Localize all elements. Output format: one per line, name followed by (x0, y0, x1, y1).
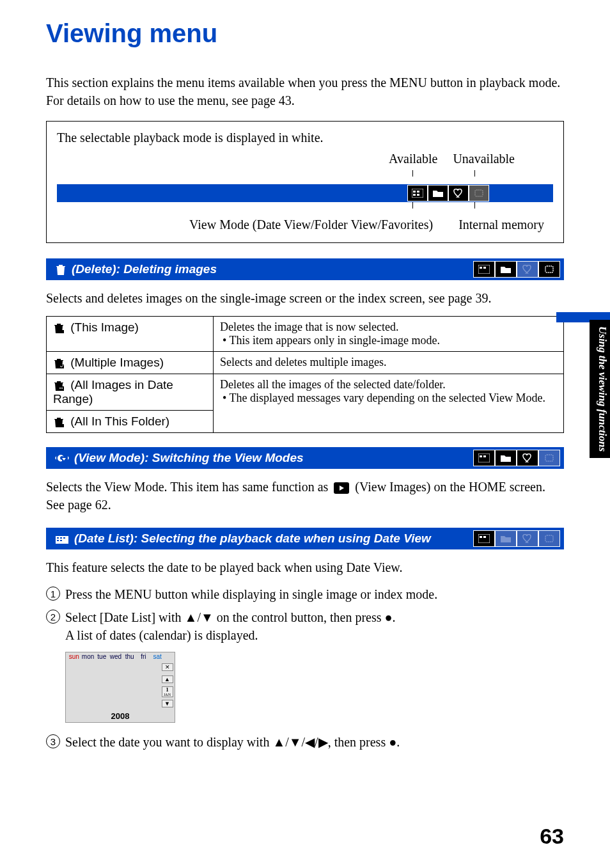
page-number: 63 (540, 824, 564, 849)
internal-memory-icon (469, 185, 489, 201)
favorites-icon (517, 530, 538, 547)
view-mode-body: Selects the View Mode. This item has sam… (46, 478, 564, 514)
favorites-icon (517, 261, 538, 278)
svg-rect-1 (413, 191, 416, 193)
favorites-icon (448, 185, 469, 201)
step-2: Select [Date List] with ▲/▼ on the contr… (46, 608, 564, 644)
folder-view-icon (495, 530, 517, 547)
svg-rect-23 (63, 537, 65, 539)
row-bullet: • This item appears only in single-image… (223, 334, 557, 347)
date-view-icon (407, 185, 428, 201)
row-desc: Deletes all the images of the selected d… (220, 378, 557, 391)
playback-mode-box: The selectable playback mode is displaye… (46, 121, 564, 243)
date-list-icon (55, 533, 69, 544)
svg-rect-18 (545, 455, 553, 461)
svg-rect-3 (413, 194, 416, 196)
svg-rect-16 (480, 455, 482, 457)
svg-rect-20 (56, 533, 68, 536)
internal-memory-icon (538, 261, 560, 278)
close-icon: ✕ (162, 663, 173, 671)
svg-rect-15 (478, 454, 490, 462)
intro-text: This section explains the menu items ava… (46, 74, 564, 109)
row-label: (All In This Folder) (70, 414, 169, 428)
svg-rect-2 (417, 191, 419, 193)
svg-rect-8 (483, 267, 486, 269)
delete-table: (This Image) Deletes the image that is n… (46, 316, 564, 433)
mode-bottom-left: View Mode (Date View/Folder View/Favorit… (189, 217, 433, 232)
up-icon: ▲ (162, 675, 173, 683)
view-mode-heading: (View Mode): Switching the View Modes (74, 451, 304, 465)
internal-memory-icon (538, 530, 560, 547)
row-desc: Deletes the image that is now selected. (220, 320, 557, 334)
svg-rect-29 (545, 535, 553, 542)
month-label: 1JAN (162, 686, 173, 697)
mode-bottom-right: Internal memory (458, 217, 544, 232)
down-icon: ▼ (162, 700, 173, 707)
date-view-icon (473, 450, 495, 466)
play-icon (334, 482, 349, 494)
view-mode-icon (55, 452, 69, 464)
svg-rect-10 (60, 330, 64, 333)
svg-rect-14 (61, 388, 63, 389)
svg-rect-13 (59, 388, 61, 389)
svg-rect-22 (60, 537, 62, 539)
svg-rect-28 (483, 536, 486, 538)
trash-date-icon (53, 378, 65, 391)
svg-rect-9 (545, 266, 553, 272)
unavailable-label: Unavailable (453, 152, 515, 166)
svg-rect-25 (60, 540, 62, 541)
trash-folder-icon (53, 414, 65, 428)
svg-rect-7 (480, 267, 482, 269)
date-list-body: This feature selects the date to be play… (46, 558, 564, 576)
delete-section-bar: (Delete): Deleting images (46, 258, 564, 280)
date-list-heading: (Date List): Selecting the playback date… (74, 532, 431, 546)
page-title: Viewing menu (46, 19, 564, 48)
row-bullet: • The displayed messages vary depending … (223, 391, 557, 405)
mode-bar (57, 184, 553, 202)
row-label: (This Image) (70, 320, 139, 334)
view-mode-see: See page 62. (46, 498, 111, 512)
svg-rect-4 (417, 194, 419, 196)
svg-rect-21 (57, 537, 59, 539)
row-desc: Selects and deletes multiple images. (220, 356, 557, 369)
folder-view-icon (495, 450, 517, 466)
svg-rect-27 (480, 536, 482, 538)
trash-icon (55, 263, 66, 276)
date-list-steps: Press the MENU button while displaying i… (46, 585, 564, 644)
calendar-preview: sun mon tue wed thu fri sat ✕ ▲ 1JAN ▼ 2… (65, 652, 175, 723)
delete-body: Selects and deletes images on the single… (46, 289, 564, 307)
step-3: Select the date you want to display with… (46, 733, 564, 751)
date-list-section-bar: (Date List): Selecting the playback date… (46, 528, 564, 549)
svg-rect-5 (475, 190, 483, 196)
internal-memory-icon (538, 450, 560, 466)
calendar-year: 2008 (66, 710, 175, 722)
svg-rect-24 (57, 540, 59, 541)
svg-rect-17 (483, 455, 486, 457)
svg-rect-0 (412, 189, 423, 198)
svg-rect-26 (478, 534, 490, 543)
date-view-icon (473, 530, 495, 547)
mode-box-text: The selectable playback mode is displaye… (57, 130, 553, 145)
date-view-icon (473, 261, 495, 278)
folder-view-icon (428, 185, 448, 201)
delete-heading: (Delete): Deleting images (72, 262, 217, 276)
folder-view-icon (495, 261, 517, 278)
trash-multi-icon (53, 356, 65, 369)
svg-rect-6 (478, 265, 490, 274)
row-label: (All Images in Date Range) (53, 378, 173, 406)
trash-single-icon (53, 320, 65, 334)
available-label: Available (389, 152, 437, 166)
favorites-icon (517, 450, 538, 466)
date-list-steps-continued: Select the date you want to display with… (46, 733, 564, 751)
side-tab: Using the viewing functions (590, 320, 610, 458)
view-mode-section-bar: (View Mode): Switching the View Modes (46, 447, 564, 469)
row-label: (Multiple Images) (70, 356, 164, 369)
step-1: Press the MENU button while displaying i… (46, 585, 564, 603)
